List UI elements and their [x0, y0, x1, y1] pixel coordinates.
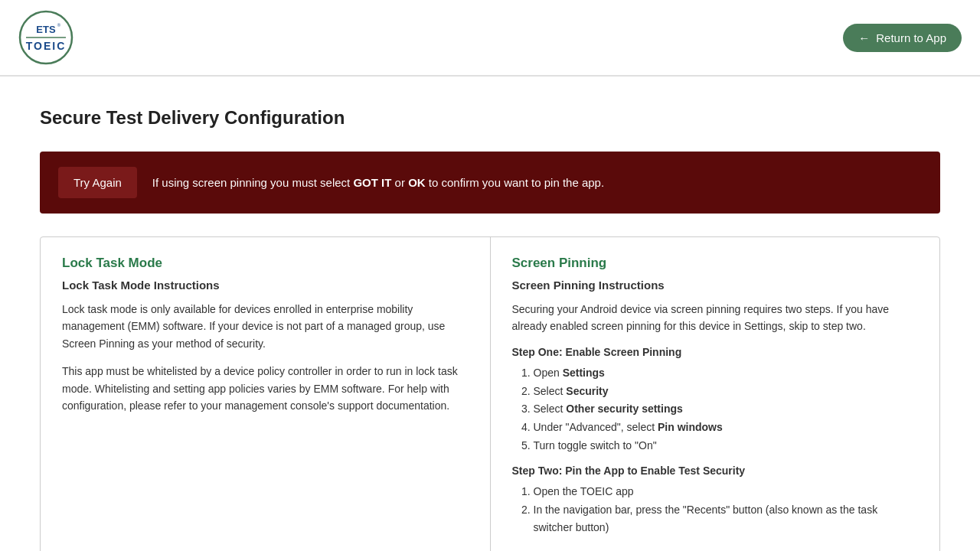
- step-two-heading: Step Two: Pin the App to Enable Test Sec…: [512, 465, 919, 477]
- list-item: Select Other security settings: [534, 400, 919, 419]
- lock-task-mode-body2: This app must be whitelisted by a device…: [62, 363, 469, 414]
- svg-text:ETS: ETS: [36, 24, 56, 35]
- list-item: Under "Advanced", select Pin windows: [534, 419, 919, 437]
- return-button-label: Return to App: [876, 31, 946, 44]
- list-item: Open the TOEIC app: [534, 483, 919, 501]
- logo-area: ETS ® TOEIC: [18, 10, 74, 65]
- lock-task-mode-subtitle: Lock Task Mode Instructions: [62, 279, 469, 292]
- svg-text:®: ®: [57, 23, 61, 28]
- screen-pinning-intro: Securing your Android device via screen …: [512, 301, 919, 335]
- list-item: Select Security: [534, 383, 919, 401]
- header: ETS ® TOEIC ← Return to App: [0, 0, 980, 77]
- screen-pinning-section: Screen Pinning Screen Pinning Instructio…: [491, 237, 940, 551]
- lock-task-mode-body1: Lock task mode is only available for dev…: [62, 301, 469, 352]
- screen-pinning-subtitle: Screen Pinning Instructions: [512, 279, 919, 292]
- alert-text-part1: If using screen pinning you must select: [152, 176, 354, 189]
- lock-task-mode-section: Lock Task Mode Lock Task Mode Instructio…: [41, 237, 491, 551]
- alert-got-it: GOT IT: [353, 176, 391, 189]
- list-item: In the navigation bar, press the "Recent…: [534, 501, 919, 538]
- alert-text-part2: to confirm you want to pin the app.: [426, 176, 604, 189]
- arrow-left-icon: ←: [858, 31, 870, 44]
- lock-task-mode-title: Lock Task Mode: [62, 256, 469, 271]
- ets-toeic-logo: ETS ® TOEIC: [18, 10, 74, 65]
- alert-message: If using screen pinning you must select …: [152, 176, 604, 189]
- two-column-section: Lock Task Mode Lock Task Mode Instructio…: [40, 236, 940, 551]
- list-item: Open Settings: [534, 364, 919, 383]
- alert-banner: Try Again If using screen pinning you mu…: [40, 152, 940, 214]
- alert-or: or: [391, 176, 408, 189]
- try-again-button[interactable]: Try Again: [58, 167, 137, 198]
- screen-pinning-title: Screen Pinning: [512, 256, 919, 271]
- main-content: Secure Test Delivery Configuration Try A…: [0, 77, 980, 551]
- step-bold: Pin windows: [658, 421, 723, 433]
- step-one-list: Open Settings Select Security Select Oth…: [512, 364, 919, 455]
- step-bold: Security: [566, 385, 608, 397]
- step-bold: Other security settings: [566, 403, 683, 415]
- alert-ok: OK: [408, 176, 426, 189]
- step-one-heading: Step One: Enable Screen Pinning: [512, 346, 919, 358]
- return-to-app-button[interactable]: ← Return to App: [843, 24, 962, 52]
- step-bold: Settings: [563, 367, 605, 379]
- page-title: Secure Test Delivery Configuration: [40, 107, 940, 129]
- step-two-list: Open the TOEIC app In the navigation bar…: [512, 483, 919, 537]
- list-item: Turn toggle switch to "On": [534, 437, 919, 455]
- svg-text:TOEIC: TOEIC: [26, 40, 67, 52]
